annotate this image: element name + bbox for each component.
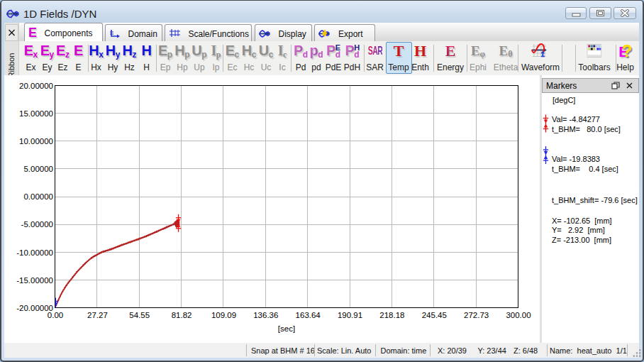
svg-text:218.18: 218.18 [379,311,404,319]
svg-text:109.09: 109.09 [211,311,236,319]
svg-text:272.73: 272.73 [464,311,489,319]
svg-text:-10.00000: -10.00000 [16,248,53,257]
svg-text:15.00000: 15.00000 [19,109,53,118]
svg-text:27.27: 27.27 [87,311,108,319]
svg-text:5.00000: 5.00000 [23,165,53,173]
svg-text:0.00: 0.00 [48,311,63,319]
svg-text:-15.00000: -15.00000 [16,276,53,285]
svg-text:10.00000: 10.00000 [19,137,53,146]
svg-text:0.00000: 0.00000 [23,192,53,201]
svg-text:-5.00000: -5.00000 [21,220,53,229]
svg-text:54.55: 54.55 [129,311,150,319]
svg-text:163.64: 163.64 [296,311,321,319]
svg-text:245.45: 245.45 [422,311,447,319]
svg-text:190.91: 190.91 [338,311,362,319]
svg-text:136.36: 136.36 [253,311,278,319]
svg-text:20.00000: 20.00000 [19,82,53,90]
svg-text:81.82: 81.82 [172,311,192,319]
svg-text:300.00: 300.00 [506,311,531,319]
svg-text:[sec]: [sec] [278,324,295,333]
